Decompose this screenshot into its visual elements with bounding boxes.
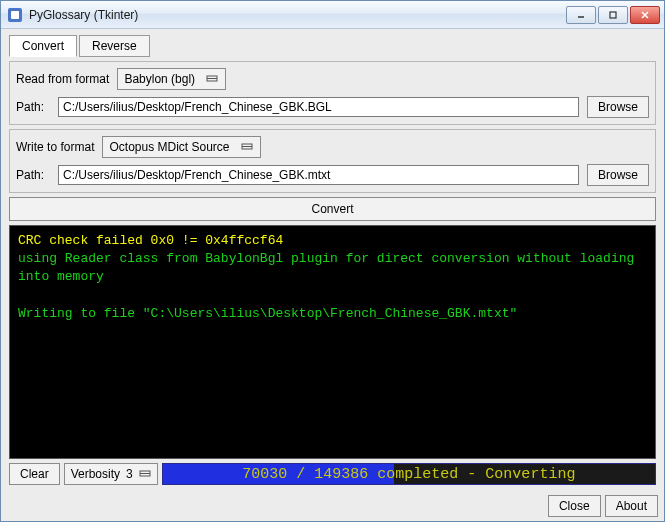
- write-format-combo[interactable]: Octopus MDict Source: [102, 136, 260, 158]
- close-window-button[interactable]: [630, 6, 660, 24]
- log-line-info: using Reader class from BabylonBgl plugi…: [18, 251, 642, 284]
- tab-bar: Convert Reverse: [9, 35, 656, 57]
- read-format-value: Babylon (bgl): [124, 72, 195, 86]
- app-window: PyGlossary (Tkinter) Convert Reverse Rea…: [0, 0, 665, 522]
- svg-rect-3: [610, 12, 616, 18]
- convert-button[interactable]: Convert: [9, 197, 656, 221]
- minimize-button[interactable]: [566, 6, 596, 24]
- read-browse-button[interactable]: Browse: [587, 96, 649, 118]
- read-path-input[interactable]: [58, 97, 579, 117]
- tab-reverse[interactable]: Reverse: [79, 35, 150, 57]
- read-format-combo[interactable]: Babylon (bgl): [117, 68, 226, 90]
- write-format-value: Octopus MDict Source: [109, 140, 229, 154]
- titlebar[interactable]: PyGlossary (Tkinter): [1, 1, 664, 29]
- read-panel: Read from format Babylon (bgl) Path: Bro…: [9, 61, 656, 125]
- app-icon: [7, 7, 23, 23]
- verbosity-value: 3: [126, 467, 133, 481]
- window-controls: [566, 6, 660, 24]
- verbosity-label: Verbosity: [71, 467, 120, 481]
- read-path-label: Path:: [16, 100, 50, 114]
- log-line-warn: CRC check failed 0x0 != 0x4ffccf64: [18, 233, 283, 248]
- write-browse-button[interactable]: Browse: [587, 164, 649, 186]
- progress-bar: 70030 / 149386 completed - Converting: [162, 463, 656, 485]
- tab-convert[interactable]: Convert: [9, 35, 77, 57]
- write-panel: Write to format Octopus MDict Source Pat…: [9, 129, 656, 193]
- maximize-button[interactable]: [598, 6, 628, 24]
- svg-rect-1: [11, 11, 19, 19]
- log-console[interactable]: CRC check failed 0x0 != 0x4ffccf64 using…: [9, 225, 656, 459]
- footer-bar: Close About: [1, 491, 664, 521]
- window-title: PyGlossary (Tkinter): [29, 8, 566, 22]
- verbosity-combo[interactable]: Verbosity 3: [64, 463, 158, 485]
- write-format-label: Write to format: [16, 140, 94, 154]
- write-path-label: Path:: [16, 168, 50, 182]
- about-button[interactable]: About: [605, 495, 658, 517]
- dropdown-icon: [240, 142, 254, 152]
- clear-button[interactable]: Clear: [9, 463, 60, 485]
- client-area: Convert Reverse Read from format Babylon…: [1, 29, 664, 491]
- log-line-info: Writing to file "C:\Users\ilius\Desktop\…: [18, 306, 517, 321]
- close-button[interactable]: Close: [548, 495, 601, 517]
- dropdown-icon: [205, 74, 219, 84]
- read-format-label: Read from format: [16, 72, 109, 86]
- progress-text: 70030 / 149386 completed - Converting: [163, 464, 655, 484]
- dropdown-icon: [139, 467, 151, 481]
- write-path-input[interactable]: [58, 165, 579, 185]
- bottom-bar: Clear Verbosity 3 70030 / 149386 complet…: [9, 463, 656, 485]
